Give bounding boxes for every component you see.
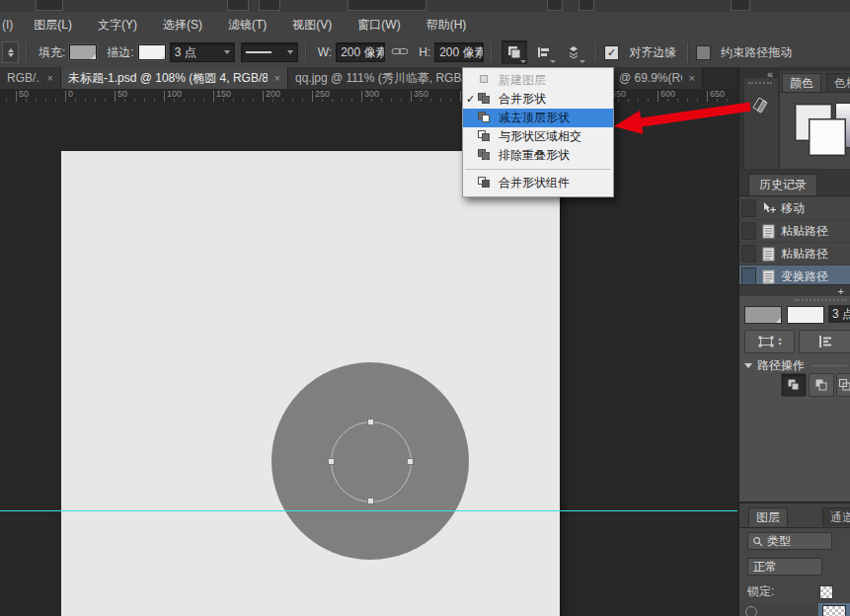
layer-thumbnail[interactable] (822, 605, 846, 616)
disclosure-triangle-icon (744, 363, 752, 368)
stroke-options-button[interactable] (799, 330, 850, 353)
subtract-front-shape-button[interactable] (809, 373, 834, 397)
document-tab-label: 未标题-1.psd @ 108% (椭圆 4, RGB/8) * (68, 70, 268, 87)
tab-swatches[interactable]: 色板 (826, 73, 850, 92)
layer-visibility-toggle[interactable] (745, 606, 757, 616)
path-arrangement-button[interactable] (561, 40, 586, 64)
canvas[interactable] (61, 151, 560, 616)
fill-color-swatch[interactable] (69, 44, 97, 60)
intersect-shapes-icon (478, 130, 493, 143)
menu-item-label: 合并形状组件 (499, 175, 570, 192)
close-icon[interactable]: × (274, 72, 280, 84)
blend-mode-select[interactable]: 正常 (747, 558, 822, 576)
shape-width-field[interactable]: 200 像素 (336, 42, 385, 62)
document-tab[interactable]: 未标题-1.psd @ 108% (椭圆 4, RGB/8) *× (61, 67, 288, 89)
path-operations-button[interactable] (502, 40, 527, 64)
history-state-row[interactable]: 粘贴路径 (739, 243, 850, 266)
cyan-guide-line[interactable] (0, 510, 737, 511)
ruler-major-tick (213, 91, 214, 102)
layer-filter-select[interactable]: 类型 (747, 532, 832, 550)
transform-box-icon (757, 335, 775, 348)
history-state-row[interactable]: 粘贴路径 (739, 220, 850, 243)
menu-item-label: 合并形状 (499, 91, 546, 108)
panel-grip[interactable] (795, 299, 846, 301)
ruler-major-tick (460, 91, 461, 102)
background-color-swatch[interactable] (810, 119, 845, 155)
path-anchor-top[interactable] (367, 419, 374, 425)
stroke-type-select[interactable] (241, 42, 298, 62)
stroke-width-select[interactable]: 3 点 (170, 42, 235, 62)
cropped-ui-fragment (731, 0, 750, 11)
red-annotation-arrow (607, 97, 755, 146)
stroke-color-swatch[interactable] (138, 44, 166, 60)
menu-item-图层(L)[interactable]: 图层(L) (21, 13, 85, 38)
ruler-number: 100 (167, 89, 182, 99)
panel-grip[interactable] (748, 82, 772, 84)
properties-fill-swatch[interactable] (744, 306, 782, 324)
move-icon (760, 201, 777, 215)
document-tab-label: qq.jpg @ 111% (秀川临摹, RGB/8 (295, 70, 471, 87)
divider (811, 365, 847, 366)
menu-item-选择(S)[interactable]: 选择(S) (150, 13, 215, 38)
ellipse-path-outline[interactable] (331, 422, 412, 502)
ruler-number: 0 (68, 89, 73, 99)
properties-stroke-swatch[interactable] (787, 306, 824, 324)
path-alignment-icon (536, 44, 552, 60)
menu-item-subtract-front-shape[interactable]: 减去顶层形状 (463, 109, 613, 127)
tool-preset-stepper[interactable] (2, 41, 19, 63)
menu-item-combine-shapes[interactable]: ✓合并形状 (463, 90, 613, 109)
width-label: W: (318, 45, 332, 59)
intersect-shapes-icon (838, 378, 850, 392)
document-tab[interactable]: RGB/...× (0, 67, 61, 89)
history-source-well[interactable] (741, 199, 756, 217)
history-source-well[interactable] (741, 245, 756, 263)
history-source-well[interactable] (741, 268, 756, 285)
tab-layers[interactable]: 图层 (748, 507, 788, 526)
history-state-label: 变换路径 (781, 269, 828, 285)
link-dimensions-icon[interactable] (391, 45, 409, 59)
divider (595, 42, 597, 62)
lock-transparency-icon[interactable] (819, 585, 833, 599)
close-icon[interactable]: × (47, 72, 53, 84)
align-edges-checkbox[interactable]: ✓ (604, 45, 619, 60)
intersect-shapes-button[interactable] (836, 373, 850, 397)
tab-channels[interactable]: 通道 (822, 507, 850, 526)
right-panel-region: « 颜色 色板 (737, 67, 850, 616)
combine-shapes-button[interactable] (781, 373, 807, 397)
path-operations-section[interactable]: 路径操作 (744, 357, 847, 374)
fill-label: 填充: (39, 44, 65, 61)
menu-item-帮助(H)[interactable]: 帮助(H) (414, 13, 480, 38)
history-panel-header: 历史记录 (739, 170, 850, 196)
menu-item-(I)[interactable]: (I) (0, 13, 21, 38)
menu-item-滤镜(T)[interactable]: 滤镜(T) (215, 13, 279, 38)
tab-history[interactable]: 历史记录 (748, 174, 817, 195)
document-tab[interactable]: @ 69.9%(RGB/...× (612, 67, 703, 89)
history-state-row[interactable]: 移动 (739, 197, 850, 220)
ruler-number: 250 (315, 89, 330, 99)
path-alignment-button[interactable] (531, 40, 557, 64)
history-state-label: 粘贴路径 (781, 246, 828, 263)
menu-item-intersect-shapes[interactable]: 与形状区域相交 (463, 127, 613, 146)
stepper-arrows-icon: ▴▾ (778, 337, 781, 346)
menu-item-窗口(W)[interactable]: 窗口(W) (345, 13, 413, 38)
layer-row[interactable] (739, 603, 850, 616)
tab-color[interactable]: 颜色 (782, 73, 821, 92)
constrain-path-drag-checkbox[interactable] (696, 45, 711, 60)
menu-item-文字(Y)[interactable]: 文字(Y) (85, 13, 150, 38)
new-snapshot-icon[interactable]: + (838, 286, 844, 296)
shape-transform-button[interactable]: ▴▾ (744, 330, 795, 353)
layers-panel-body: 类型 正常 锁定: (739, 527, 850, 616)
menu-item-merge-components[interactable]: 合并形状组件 (463, 174, 613, 192)
path-anchor-left[interactable] (328, 458, 335, 465)
close-icon[interactable]: × (689, 72, 695, 84)
shape-height-field[interactable]: 200 像素 (434, 42, 484, 62)
history-source-well[interactable] (741, 222, 756, 240)
ruler-number: 150 (216, 89, 231, 99)
menu-item-exclude-shapes[interactable]: 排除重叠形状 (463, 146, 613, 165)
properties-stroke-width[interactable]: 3 点 (828, 305, 850, 323)
stroke-label: 描边: (107, 44, 133, 61)
path-anchor-right[interactable] (407, 458, 414, 465)
menu-item-视图(V)[interactable]: 视图(V) (279, 13, 345, 38)
shape-properties-panel: 3 点 ▴▾ 路径操作 (739, 296, 850, 501)
path-anchor-bottom[interactable] (367, 498, 374, 504)
